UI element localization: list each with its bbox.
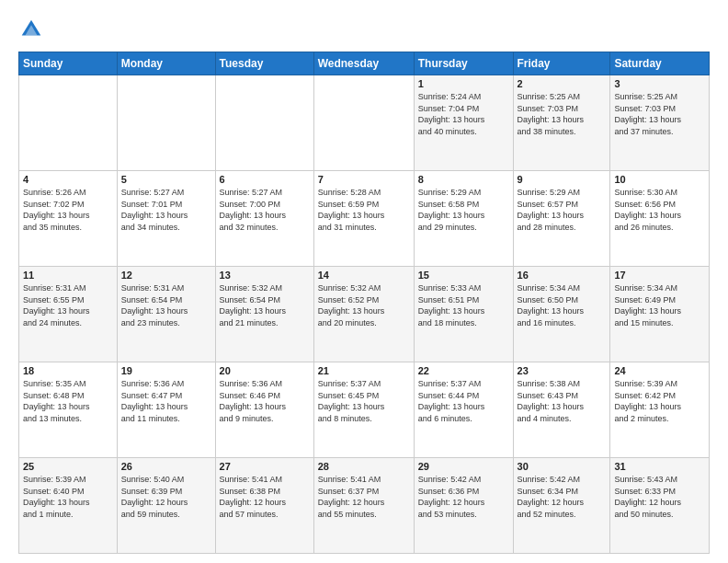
day-number: 19 <box>121 365 211 376</box>
cell-2-3: 14Sunrise: 5:32 AM Sunset: 6:52 PM Dayli… <box>313 267 414 362</box>
day-info: Sunrise: 5:37 AM Sunset: 6:45 PM Dayligh… <box>318 378 410 424</box>
weekday-friday: Friday <box>513 52 610 75</box>
page: SundayMondayTuesdayWednesdayThursdayFrid… <box>0 0 728 563</box>
day-number: 6 <box>220 174 310 185</box>
day-info: Sunrise: 5:41 AM Sunset: 6:38 PM Dayligh… <box>220 474 310 520</box>
day-info: Sunrise: 5:31 AM Sunset: 6:54 PM Dayligh… <box>121 282 211 328</box>
day-number: 4 <box>23 174 113 185</box>
day-info: Sunrise: 5:32 AM Sunset: 6:54 PM Dayligh… <box>220 282 310 328</box>
calendar-body: 1Sunrise: 5:24 AM Sunset: 7:04 PM Daylig… <box>19 75 710 554</box>
calendar: SundayMondayTuesdayWednesdayThursdayFrid… <box>18 52 710 554</box>
day-number: 22 <box>418 365 509 376</box>
day-number: 2 <box>518 78 607 89</box>
cell-4-4: 29Sunrise: 5:42 AM Sunset: 6:36 PM Dayli… <box>414 458 513 554</box>
day-number: 21 <box>318 365 410 376</box>
logo <box>18 17 48 42</box>
weekday-thursday: Thursday <box>414 52 513 75</box>
cell-1-3: 7Sunrise: 5:28 AM Sunset: 6:59 PM Daylig… <box>313 171 414 267</box>
day-number: 9 <box>518 174 607 185</box>
day-number: 18 <box>23 365 113 376</box>
cell-3-2: 20Sunrise: 5:36 AM Sunset: 6:46 PM Dayli… <box>215 362 313 458</box>
day-info: Sunrise: 5:27 AM Sunset: 7:01 PM Dayligh… <box>121 187 211 233</box>
day-number: 5 <box>121 174 211 185</box>
calendar-table: SundayMondayTuesdayWednesdayThursdayFrid… <box>18 52 710 554</box>
cell-3-5: 23Sunrise: 5:38 AM Sunset: 6:43 PM Dayli… <box>513 362 610 458</box>
day-info: Sunrise: 5:36 AM Sunset: 6:46 PM Dayligh… <box>220 378 310 424</box>
day-info: Sunrise: 5:31 AM Sunset: 6:55 PM Dayligh… <box>23 282 113 328</box>
cell-0-4: 1Sunrise: 5:24 AM Sunset: 7:04 PM Daylig… <box>414 75 513 171</box>
cell-4-5: 30Sunrise: 5:42 AM Sunset: 6:34 PM Dayli… <box>513 458 610 554</box>
day-number: 10 <box>614 174 705 185</box>
cell-2-5: 16Sunrise: 5:34 AM Sunset: 6:50 PM Dayli… <box>513 267 610 362</box>
cell-0-6: 3Sunrise: 5:25 AM Sunset: 7:03 PM Daylig… <box>610 75 710 171</box>
day-number: 28 <box>318 461 410 472</box>
day-number: 17 <box>614 270 705 281</box>
week-row-1: 1Sunrise: 5:24 AM Sunset: 7:04 PM Daylig… <box>19 75 710 171</box>
day-info: Sunrise: 5:34 AM Sunset: 6:50 PM Dayligh… <box>518 282 607 328</box>
day-info: Sunrise: 5:25 AM Sunset: 7:03 PM Dayligh… <box>614 91 705 137</box>
cell-0-3 <box>313 75 414 171</box>
cell-4-6: 31Sunrise: 5:43 AM Sunset: 6:33 PM Dayli… <box>610 458 710 554</box>
day-number: 24 <box>614 365 705 376</box>
day-number: 25 <box>23 461 113 472</box>
day-info: Sunrise: 5:42 AM Sunset: 6:34 PM Dayligh… <box>518 474 607 520</box>
cell-2-0: 11Sunrise: 5:31 AM Sunset: 6:55 PM Dayli… <box>19 267 118 362</box>
day-info: Sunrise: 5:41 AM Sunset: 6:37 PM Dayligh… <box>318 474 410 520</box>
cell-0-2 <box>215 75 313 171</box>
day-info: Sunrise: 5:39 AM Sunset: 6:40 PM Dayligh… <box>23 474 113 520</box>
week-row-2: 4Sunrise: 5:26 AM Sunset: 7:02 PM Daylig… <box>19 171 710 267</box>
day-info: Sunrise: 5:42 AM Sunset: 6:36 PM Dayligh… <box>418 474 509 520</box>
weekday-sunday: Sunday <box>19 52 118 75</box>
cell-1-6: 10Sunrise: 5:30 AM Sunset: 6:56 PM Dayli… <box>610 171 710 267</box>
day-info: Sunrise: 5:38 AM Sunset: 6:43 PM Dayligh… <box>518 378 607 424</box>
day-info: Sunrise: 5:35 AM Sunset: 6:48 PM Dayligh… <box>23 378 113 424</box>
day-number: 30 <box>518 461 607 472</box>
cell-1-5: 9Sunrise: 5:29 AM Sunset: 6:57 PM Daylig… <box>513 171 610 267</box>
day-info: Sunrise: 5:43 AM Sunset: 6:33 PM Dayligh… <box>614 474 705 520</box>
day-number: 7 <box>318 174 410 185</box>
day-info: Sunrise: 5:36 AM Sunset: 6:47 PM Dayligh… <box>121 378 211 424</box>
cell-3-3: 21Sunrise: 5:37 AM Sunset: 6:45 PM Dayli… <box>313 362 414 458</box>
cell-4-0: 25Sunrise: 5:39 AM Sunset: 6:40 PM Dayli… <box>19 458 118 554</box>
cell-0-1 <box>117 75 215 171</box>
weekday-saturday: Saturday <box>610 52 710 75</box>
day-number: 29 <box>418 461 509 472</box>
cell-1-4: 8Sunrise: 5:29 AM Sunset: 6:58 PM Daylig… <box>414 171 513 267</box>
weekday-monday: Monday <box>117 52 215 75</box>
cell-3-1: 19Sunrise: 5:36 AM Sunset: 6:47 PM Dayli… <box>117 362 215 458</box>
day-info: Sunrise: 5:28 AM Sunset: 6:59 PM Dayligh… <box>318 187 410 233</box>
day-number: 1 <box>418 78 509 89</box>
week-row-3: 11Sunrise: 5:31 AM Sunset: 6:55 PM Dayli… <box>19 267 710 362</box>
day-info: Sunrise: 5:27 AM Sunset: 7:00 PM Dayligh… <box>220 187 310 233</box>
cell-4-2: 27Sunrise: 5:41 AM Sunset: 6:38 PM Dayli… <box>215 458 313 554</box>
weekday-wednesday: Wednesday <box>313 52 414 75</box>
day-number: 13 <box>220 270 310 281</box>
day-info: Sunrise: 5:34 AM Sunset: 6:49 PM Dayligh… <box>614 282 705 328</box>
calendar-header: SundayMondayTuesdayWednesdayThursdayFrid… <box>19 52 710 75</box>
cell-3-4: 22Sunrise: 5:37 AM Sunset: 6:44 PM Dayli… <box>414 362 513 458</box>
cell-4-3: 28Sunrise: 5:41 AM Sunset: 6:37 PM Dayli… <box>313 458 414 554</box>
day-info: Sunrise: 5:39 AM Sunset: 6:42 PM Dayligh… <box>614 378 705 424</box>
cell-4-1: 26Sunrise: 5:40 AM Sunset: 6:39 PM Dayli… <box>117 458 215 554</box>
header <box>18 17 710 42</box>
day-info: Sunrise: 5:33 AM Sunset: 6:51 PM Dayligh… <box>418 282 509 328</box>
day-info: Sunrise: 5:26 AM Sunset: 7:02 PM Dayligh… <box>23 187 113 233</box>
day-number: 8 <box>418 174 509 185</box>
day-info: Sunrise: 5:29 AM Sunset: 6:57 PM Dayligh… <box>518 187 607 233</box>
day-number: 20 <box>220 365 310 376</box>
day-info: Sunrise: 5:40 AM Sunset: 6:39 PM Dayligh… <box>121 474 211 520</box>
cell-2-2: 13Sunrise: 5:32 AM Sunset: 6:54 PM Dayli… <box>215 267 313 362</box>
day-number: 26 <box>121 461 211 472</box>
day-info: Sunrise: 5:25 AM Sunset: 7:03 PM Dayligh… <box>518 91 607 137</box>
cell-2-6: 17Sunrise: 5:34 AM Sunset: 6:49 PM Dayli… <box>610 267 710 362</box>
day-info: Sunrise: 5:32 AM Sunset: 6:52 PM Dayligh… <box>318 282 410 328</box>
cell-0-5: 2Sunrise: 5:25 AM Sunset: 7:03 PM Daylig… <box>513 75 610 171</box>
cell-3-6: 24Sunrise: 5:39 AM Sunset: 6:42 PM Dayli… <box>610 362 710 458</box>
cell-3-0: 18Sunrise: 5:35 AM Sunset: 6:48 PM Dayli… <box>19 362 118 458</box>
day-info: Sunrise: 5:24 AM Sunset: 7:04 PM Dayligh… <box>418 91 509 137</box>
day-number: 3 <box>614 78 705 89</box>
weekday-row: SundayMondayTuesdayWednesdayThursdayFrid… <box>19 52 710 75</box>
cell-2-4: 15Sunrise: 5:33 AM Sunset: 6:51 PM Dayli… <box>414 267 513 362</box>
day-info: Sunrise: 5:29 AM Sunset: 6:58 PM Dayligh… <box>418 187 509 233</box>
cell-1-0: 4Sunrise: 5:26 AM Sunset: 7:02 PM Daylig… <box>19 171 118 267</box>
